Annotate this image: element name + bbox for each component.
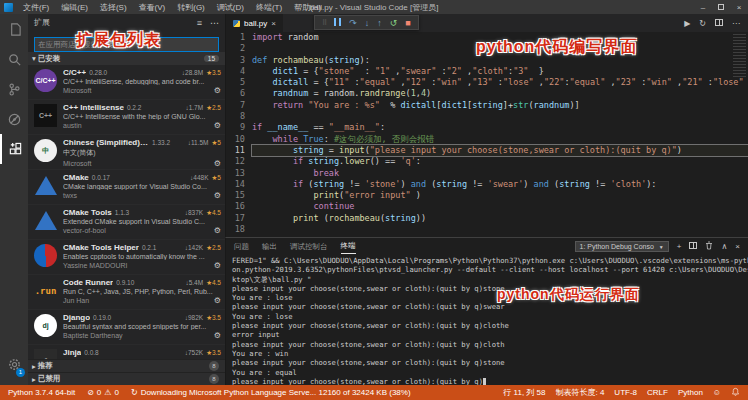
- source-control-icon[interactable]: [0, 74, 28, 104]
- close-button[interactable]: ×: [730, 3, 748, 12]
- extension-gear-icon[interactable]: ⚙: [214, 331, 221, 340]
- tab-close-icon[interactable]: ×: [271, 19, 276, 28]
- kill-terminal-icon[interactable]: [705, 241, 713, 252]
- code-text: while True: #这句必须加, 否则会报错: [252, 134, 748, 145]
- code-line: 8: [226, 111, 748, 122]
- rating-star-icon: ★2.5: [206, 104, 221, 112]
- code-text: break: [252, 168, 748, 179]
- open-changes-icon[interactable]: ↻: [699, 19, 706, 28]
- section-已禁用[interactable]: ▸ 已禁用8: [28, 372, 225, 385]
- eol-status[interactable]: CRLF: [647, 388, 668, 397]
- indentation-status[interactable]: 制表符长度: 4: [555, 387, 604, 398]
- extension-gear-icon[interactable]: ⚙: [214, 159, 221, 168]
- errors-icon: ⊘: [87, 388, 94, 397]
- extension-gear-icon[interactable]: ⚙: [214, 121, 221, 130]
- extension-row[interactable]: CMake Tools Helper0.2.1↓142K★2.5Enables …: [28, 240, 225, 275]
- rating-star-icon: ★3.5: [206, 349, 221, 357]
- step-into-button[interactable]: ↓: [365, 18, 370, 28]
- close-panel-icon[interactable]: ×: [735, 242, 740, 251]
- menu-item[interactable]: 文件(F): [18, 2, 54, 13]
- extensions-icon[interactable]: [0, 134, 28, 164]
- step-over-button[interactable]: ↷: [349, 18, 357, 28]
- split-editor-icon[interactable]: [715, 19, 723, 28]
- download-status[interactable]: ↻ Downloading Microsoft Python Language …: [131, 388, 411, 397]
- terminal-output[interactable]: FERED=1" && C:\Users\DUODUO\AppData\Loca…: [226, 255, 748, 385]
- terminal-line: You are : win: [232, 349, 742, 358]
- maximize-panel-icon[interactable]: ∧: [721, 242, 727, 251]
- step-out-button[interactable]: ↑: [377, 18, 382, 28]
- restart-button[interactable]: ↺: [390, 18, 398, 28]
- explorer-icon[interactable]: [0, 14, 28, 44]
- terminal-line: please input your choose(stone,swear or …: [232, 321, 742, 330]
- panel-tab-问题[interactable]: 问题: [234, 240, 249, 254]
- tab-ball-py[interactable]: ball.py ×: [226, 14, 283, 32]
- line-number: 5: [226, 77, 252, 88]
- extension-gear-icon[interactable]: ⚙: [214, 191, 221, 200]
- search-icon[interactable]: [0, 44, 28, 74]
- chevron-down-icon: ▾: [32, 54, 36, 63]
- drag-grip-icon[interactable]: ⠿: [322, 19, 326, 27]
- cursor-position-status[interactable]: 行 11, 列 58: [503, 387, 545, 398]
- extension-gear-icon[interactable]: ⚙: [214, 86, 221, 95]
- extension-row[interactable]: CMake0.0.17↓448K★5CMake langage support …: [28, 170, 225, 205]
- settings-gear-icon[interactable]: 1: [0, 349, 28, 379]
- line-number: 17: [226, 213, 252, 224]
- language-mode-status[interactable]: Python: [678, 388, 703, 397]
- extension-row[interactable]: C++C++ Intellisense0.2.2↓1.7M★2.5C/C++ I…: [28, 100, 225, 135]
- notifications-bell-icon[interactable]: [731, 387, 740, 399]
- section-推荐[interactable]: ▸ 推荐8: [28, 359, 225, 372]
- panel-tab-终端[interactable]: 终端: [341, 239, 356, 254]
- minimize-button[interactable]: –: [694, 3, 712, 12]
- line-number: 2: [226, 43, 252, 54]
- minimap[interactable]: [733, 34, 746, 78]
- extension-version: 0.2.1: [142, 244, 156, 251]
- code-line: 5 dictall = {"11" :"equal" ,"12" :"win" …: [226, 77, 748, 88]
- filter-icon[interactable]: ≡: [197, 18, 202, 28]
- panel-tab-调试控制台[interactable]: 调试控制台: [290, 240, 328, 254]
- menu-item[interactable]: 选择(S): [95, 2, 132, 13]
- bottom-panel: 问题输出调试控制台终端 1: Python Debug Conso ▼ + ∧ …: [225, 237, 748, 385]
- cmake-icon: [33, 173, 58, 198]
- extension-version: 0.0.17: [92, 174, 110, 181]
- line-number: 1: [226, 32, 252, 43]
- menu-item[interactable]: 调试(D): [212, 2, 249, 13]
- extension-version: 0.28.0: [89, 69, 107, 76]
- extension-row[interactable]: CMake Tools1.1.3↓837K★4.5Extended CMake …: [28, 205, 225, 240]
- code-line: 4 dict1 = {"stone" : "1" ,"swear" :"2" ,…: [226, 66, 748, 77]
- run-file-button[interactable]: ▶: [684, 19, 690, 28]
- line-number: 18: [226, 224, 252, 235]
- encoding-status[interactable]: UTF-8: [614, 388, 637, 397]
- line-number: 16: [226, 201, 252, 212]
- python-interpreter-status[interactable]: Python 3.7.4 64-bit: [8, 388, 75, 397]
- extension-gear-icon[interactable]: ⚙: [214, 296, 221, 305]
- menu-item[interactable]: 转到(G): [172, 2, 210, 13]
- extension-row[interactable]: djDjango0.19.0↓982K★3.5Beautiful syntax …: [28, 310, 225, 345]
- restore-button[interactable]: [712, 3, 730, 12]
- menu-item[interactable]: 编辑(E): [56, 2, 93, 13]
- menu-item[interactable]: 终端(T): [251, 2, 287, 13]
- stop-button[interactable]: ■: [405, 18, 410, 28]
- code-line: 15 print("error input" ): [226, 190, 748, 201]
- feedback-smiley-icon[interactable]: ☺: [713, 388, 721, 397]
- panel-tab-输出[interactable]: 输出: [262, 240, 277, 254]
- extension-row[interactable]: C/C++C/C++0.28.0↓28.8M★3.5C/C++ IntelliS…: [28, 65, 225, 100]
- more-editor-actions-icon[interactable]: ⋯: [732, 19, 740, 28]
- extension-name: C++ Intellisense: [63, 103, 124, 112]
- installed-section-header[interactable]: ▾ 已安装 15: [28, 52, 225, 65]
- code-editor[interactable]: 1import random23def rochambeau(string):4…: [226, 32, 748, 237]
- extension-name: Django: [63, 313, 90, 322]
- menu-item[interactable]: 查看(V): [134, 2, 171, 13]
- problems-status[interactable]: ⊘ 0 ⚠ 0: [87, 388, 119, 397]
- extension-gear-icon[interactable]: ⚙: [214, 261, 221, 270]
- more-actions-icon[interactable]: ⋯: [210, 18, 219, 28]
- split-terminal-icon[interactable]: [689, 242, 697, 251]
- pause-button[interactable]: [334, 18, 341, 28]
- terminal-selector[interactable]: 1: Python Debug Conso ▼: [575, 241, 669, 252]
- debug-icon[interactable]: [0, 104, 28, 134]
- extension-row[interactable]: JJinja0.0.8↓752K★3.5Jinja template langu…: [28, 345, 225, 359]
- errors-count: 0: [97, 388, 101, 397]
- extension-gear-icon[interactable]: ⚙: [214, 226, 221, 235]
- extension-row[interactable]: 中Chinese (Simplified) Lan...1.33.2↓11.5M…: [28, 135, 225, 170]
- extension-row[interactable]: .runCode Runner0.9.10↓5.4M★4.5Run C, C++…: [28, 275, 225, 310]
- new-terminal-button[interactable]: +: [677, 242, 682, 251]
